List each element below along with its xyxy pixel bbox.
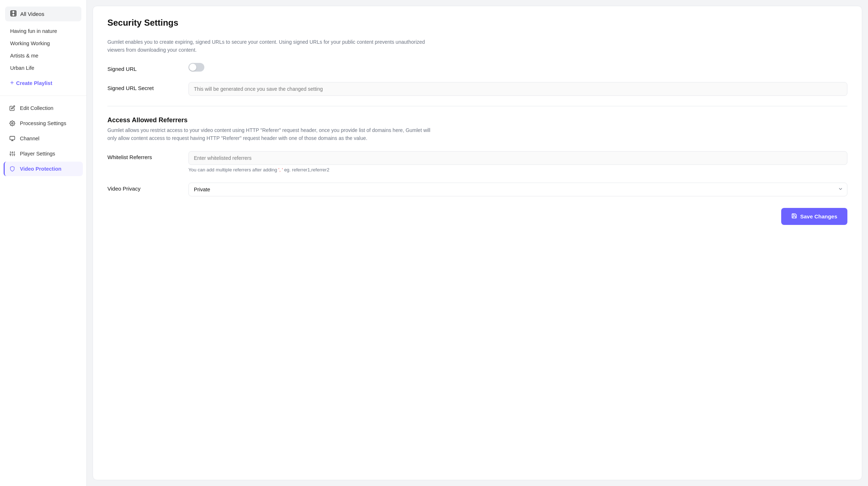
playlist-item-1[interactable]: Working Working — [5, 37, 81, 50]
all-videos-button[interactable]: All Videos — [5, 7, 81, 21]
signed-url-secret-input[interactable] — [188, 82, 847, 96]
sidebar-item-label: Channel — [20, 136, 39, 141]
shield-icon — [9, 166, 16, 172]
save-label: Save Changes — [800, 213, 837, 219]
sidebar-item-label: Player Settings — [20, 151, 55, 157]
whitelist-input[interactable] — [188, 151, 847, 165]
signed-url-secret-row: Signed URL Secret — [107, 82, 847, 96]
video-icon — [10, 10, 17, 18]
video-privacy-label: Video Privacy — [107, 183, 180, 192]
video-privacy-select[interactable]: Private Public Unlisted — [188, 183, 847, 196]
save-changes-button[interactable]: Save Changes — [781, 208, 847, 225]
main-content: Security Settings Gumlet enables you to … — [93, 6, 862, 480]
sidebar-item-video-protection[interactable]: Video Protection — [4, 162, 83, 176]
access-referrers-heading: Access Allowed Referrers — [107, 116, 847, 124]
sidebar-item-label: Video Protection — [20, 166, 61, 172]
svg-point-8 — [12, 123, 13, 124]
security-description: Gumlet enables you to create expiring, s… — [107, 38, 433, 54]
save-icon — [791, 213, 797, 220]
gear-icon — [9, 120, 16, 127]
signed-url-secret-control — [188, 82, 847, 96]
signed-url-secret-label: Signed URL Secret — [107, 82, 180, 91]
sidebar-item-edit-collection[interactable]: Edit Collection — [4, 101, 83, 115]
access-referrers-section: Access Allowed Referrers Gumlet allows y… — [107, 116, 847, 142]
sidebar-item-processing-settings[interactable]: Processing Settings — [4, 116, 83, 131]
save-btn-row: Save Changes — [107, 208, 847, 225]
whitelist-control: You can add multiple referrers after add… — [188, 151, 847, 172]
sidebar-item-label: Processing Settings — [20, 120, 66, 126]
sidebar-item-label: Edit Collection — [20, 105, 54, 111]
video-privacy-row: Video Privacy Private Public Unlisted — [107, 183, 847, 196]
plus-icon: + — [10, 79, 14, 87]
page-title: Security Settings — [107, 18, 847, 28]
signed-url-label: Signed URL — [107, 63, 180, 72]
signed-url-row: Signed URL — [107, 63, 847, 72]
video-privacy-control: Private Public Unlisted — [188, 183, 847, 196]
playlist-item-3[interactable]: Urban Life — [5, 62, 81, 74]
access-referrers-desc: Gumlet allows you restrict access to you… — [107, 126, 433, 142]
edit-icon — [9, 105, 16, 111]
sidebar-nav: Edit Collection Processing Settings C — [0, 98, 86, 179]
comma-example: ', ' — [278, 167, 283, 172]
section-divider — [107, 106, 847, 106]
all-videos-label: All Videos — [20, 11, 44, 17]
create-playlist-label: Create Playlist — [16, 80, 52, 86]
sliders-icon — [9, 150, 16, 157]
signed-url-toggle-wrapper — [188, 63, 847, 72]
toggle-knob — [189, 64, 196, 71]
whitelist-referrers-row: Whitelist Referrers You can add multiple… — [107, 151, 847, 172]
sidebar-playlist-section: All Videos Having fun in nature Working … — [0, 7, 86, 96]
playlist-item-2[interactable]: Artists & me — [5, 50, 81, 62]
sidebar-item-channel[interactable]: Channel — [4, 131, 83, 146]
signed-url-toggle[interactable] — [188, 63, 204, 72]
create-playlist-button[interactable]: + Create Playlist — [5, 76, 81, 90]
sidebar-item-player-settings[interactable]: Player Settings — [4, 146, 83, 161]
monitor-icon — [9, 135, 16, 142]
playlist-item-0[interactable]: Having fun in nature — [5, 25, 81, 37]
svg-rect-9 — [10, 136, 14, 140]
whitelist-helper: You can add multiple referrers after add… — [188, 167, 847, 172]
sidebar: All Videos Having fun in nature Working … — [0, 0, 87, 486]
video-privacy-select-wrapper: Private Public Unlisted — [188, 183, 847, 196]
whitelist-label: Whitelist Referrers — [107, 151, 180, 160]
